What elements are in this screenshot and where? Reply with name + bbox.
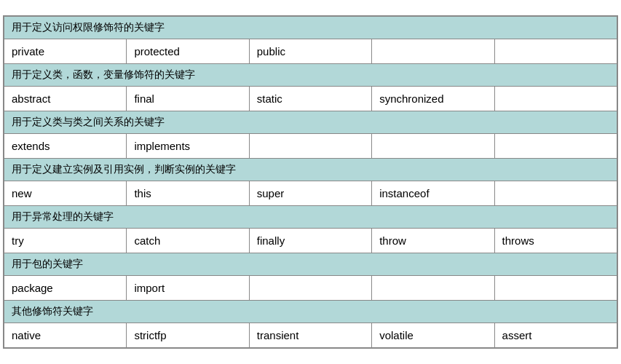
table-cell [494,276,617,301]
table-cell: throws [494,229,617,253]
section-header-1: 用于定义类，函数，变量修饰符的关键字 [4,64,617,87]
table-cell: try [4,229,127,253]
table-row: nativestrictfptransientvolatileassert [4,323,617,348]
table-cell [494,181,617,206]
section-header-6: 其他修饰符关键字 [4,301,617,323]
table-cell: strictfp [127,323,249,348]
table-cell: private [4,39,127,64]
table-cell: finally [249,229,371,253]
section-header-3: 用于定义建立实例及引用实例，判断实例的关键字 [4,159,617,181]
table-cell: import [127,276,249,301]
table-cell: volatile [372,323,494,348]
section-header-0: 用于定义访问权限修饰符的关键字 [4,17,617,39]
section-header-label-5: 用于包的关键字 [4,253,617,276]
table-cell: assert [494,323,617,348]
section-header-label-6: 其他修饰符关键字 [4,301,617,323]
table-cell [372,276,494,301]
table-cell [372,134,494,159]
section-header-4: 用于异常处理的关键字 [4,206,617,229]
table-cell: protected [127,39,249,64]
section-header-label-3: 用于定义建立实例及引用实例，判断实例的关键字 [4,159,617,181]
section-header-label-1: 用于定义类，函数，变量修饰符的关键字 [4,64,617,87]
table-cell [494,87,617,111]
table-cell [494,39,617,64]
table-cell: instanceof [372,181,494,206]
table-cell: static [249,87,371,111]
section-header-2: 用于定义类与类之间关系的关键字 [4,111,617,134]
section-header-label-4: 用于异常处理的关键字 [4,206,617,229]
table-cell: transient [249,323,371,348]
section-header-label-2: 用于定义类与类之间关系的关键字 [4,111,617,134]
table-cell [249,276,371,301]
table-cell [494,134,617,159]
table-cell: package [4,276,127,301]
table-cell: extends [4,134,127,159]
table-cell: super [249,181,371,206]
section-header-5: 用于包的关键字 [4,253,617,276]
table-row: abstractfinalstaticsynchronized [4,87,617,111]
main-table: 用于定义访问权限修饰符的关键字privateprotectedpublic用于定… [3,15,618,349]
table-cell: synchronized [372,87,494,111]
table-row: privateprotectedpublic [4,39,617,64]
table-cell [372,39,494,64]
table-row: newthissuperinstanceof [4,181,617,206]
table-cell: catch [127,229,249,253]
table-cell: this [127,181,249,206]
table-cell: implements [127,134,249,159]
table-cell: final [127,87,249,111]
table-cell: throw [372,229,494,253]
table-row: packageimport [4,276,617,301]
table-cell: abstract [4,87,127,111]
table-row: trycatchfinallythrowthrows [4,229,617,253]
table-cell: public [249,39,371,64]
table-cell: new [4,181,127,206]
section-header-label-0: 用于定义访问权限修饰符的关键字 [4,17,617,39]
table-cell [249,134,371,159]
table-row: extendsimplements [4,134,617,159]
table-cell: native [4,323,127,348]
